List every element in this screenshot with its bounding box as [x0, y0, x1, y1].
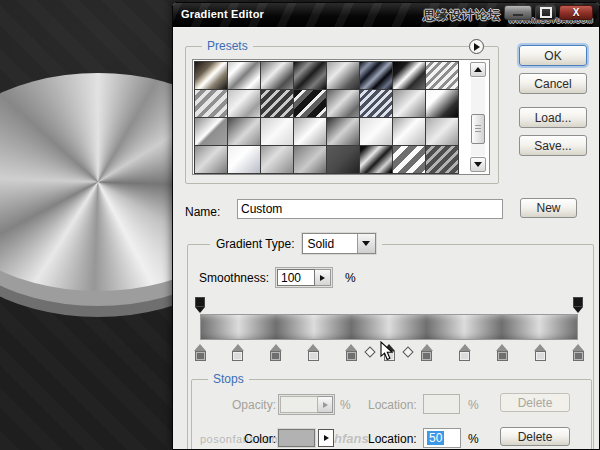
opacity-stop[interactable]	[194, 297, 206, 313]
preset-thumbnail[interactable]	[261, 90, 293, 117]
opacity-stop-pointer	[195, 307, 205, 313]
midpoint-diamond[interactable]	[364, 346, 375, 357]
color-stop[interactable]	[269, 344, 282, 362]
color-location-label: Location:	[368, 432, 417, 446]
presets-group-label: Presets	[202, 39, 253, 53]
color-stop-pointer	[270, 344, 282, 351]
preset-thumbnail[interactable]	[261, 146, 293, 173]
opacity-popup-button[interactable]	[318, 396, 333, 413]
preset-thumbnail[interactable]	[294, 62, 326, 89]
watermark-faint-italic: hfans	[334, 431, 369, 446]
delete-color-stop-button[interactable]: Delete	[500, 427, 570, 446]
preset-thumbnail[interactable]	[360, 90, 392, 117]
color-swatch-button[interactable]	[278, 429, 315, 447]
preset-thumbnail[interactable]	[426, 118, 458, 145]
opacity-label: Opacity:	[214, 398, 276, 412]
color-stop[interactable]	[534, 344, 547, 362]
preset-thumbnail[interactable]	[228, 118, 260, 145]
gradient-type-label: Gradient Type:	[216, 237, 295, 251]
preset-thumbnail[interactable]	[360, 62, 392, 89]
name-input[interactable]	[237, 199, 503, 219]
preset-thumbnail[interactable]	[393, 146, 425, 173]
preset-thumbnail[interactable]	[195, 62, 227, 89]
preset-thumbnail[interactable]	[261, 118, 293, 145]
delete-opacity-stop-button[interactable]: Delete	[500, 393, 570, 412]
maximize-button[interactable]	[535, 5, 556, 20]
preset-thumbnail[interactable]	[228, 146, 260, 173]
color-stop[interactable]	[420, 344, 433, 362]
dialog-titlebar[interactable]: Gradient Editor 思缘设计论坛 WWW.MISSYUAN.COM …	[173, 3, 599, 27]
color-stop-pointer	[232, 344, 244, 351]
preset-thumbnail[interactable]	[360, 118, 392, 145]
preset-thumbnail[interactable]	[426, 90, 458, 117]
right-arrow-icon	[324, 435, 329, 441]
preset-thumbnail[interactable]	[228, 90, 260, 117]
preset-thumbnail[interactable]	[393, 62, 425, 89]
opacity-location-label: Location:	[368, 398, 417, 412]
chevron-down-icon	[362, 241, 370, 246]
opacity-stop-swatch	[573, 297, 583, 307]
color-stop[interactable]	[194, 344, 207, 362]
color-stop[interactable]	[572, 344, 585, 362]
preset-thumbnail[interactable]	[261, 62, 293, 89]
ok-button[interactable]: OK	[519, 45, 587, 66]
right-arrow-icon	[320, 275, 325, 281]
preset-thumbnail[interactable]	[327, 62, 359, 89]
preset-thumbnail[interactable]	[195, 146, 227, 173]
preset-thumbnail[interactable]	[228, 62, 260, 89]
cancel-button[interactable]: Cancel	[519, 73, 587, 94]
smoothness-popup-button[interactable]	[315, 269, 331, 286]
presets-scrollbar[interactable]	[470, 62, 486, 172]
save-button[interactable]: Save...	[519, 135, 587, 156]
opacity-input[interactable]	[280, 396, 318, 413]
load-button[interactable]: Load...	[519, 107, 587, 128]
scroll-down-button[interactable]	[470, 157, 486, 172]
color-picker-arrow-button[interactable]	[318, 429, 334, 447]
smoothness-input[interactable]	[277, 269, 315, 286]
presets-box	[192, 59, 490, 175]
gradient-preview-bar[interactable]	[200, 314, 578, 340]
preset-thumbnail[interactable]	[294, 90, 326, 117]
smoothness-unit: %	[345, 271, 356, 285]
preset-thumbnail[interactable]	[426, 146, 458, 173]
down-arrow-icon	[474, 162, 482, 167]
mouse-cursor	[380, 341, 394, 361]
presets-menu-button[interactable]	[469, 39, 484, 54]
color-stop[interactable]	[458, 344, 471, 362]
new-button[interactable]: New	[520, 198, 577, 218]
preset-thumbnail[interactable]	[195, 90, 227, 117]
preset-thumbnail[interactable]	[327, 90, 359, 117]
preset-thumbnail[interactable]	[360, 146, 392, 173]
preset-thumbnail[interactable]	[393, 118, 425, 145]
combo-dropdown-button[interactable]	[357, 234, 375, 253]
opacity-stop[interactable]	[572, 297, 584, 313]
preset-thumbnail[interactable]	[426, 62, 458, 89]
color-location-input[interactable]: 50	[423, 428, 461, 448]
preset-thumbnail[interactable]	[393, 90, 425, 117]
color-stop-swatch	[308, 351, 319, 361]
color-location-value: 50	[427, 431, 444, 445]
midpoint-diamond[interactable]	[402, 346, 413, 357]
preset-thumbnail[interactable]	[294, 146, 326, 173]
color-stop-pointer	[307, 344, 319, 351]
close-button[interactable]: X	[559, 5, 593, 20]
minimize-button[interactable]	[504, 5, 532, 20]
color-stop[interactable]	[231, 344, 244, 362]
stops-group: Stops posonfans.com hfans Opacity: % Loc…	[191, 379, 592, 449]
color-stop-pointer	[194, 344, 206, 351]
opacity-location-input[interactable]	[423, 394, 460, 414]
smoothness-label: Smoothness:	[199, 271, 269, 285]
preset-thumbnail[interactable]	[195, 118, 227, 145]
color-stop[interactable]	[345, 344, 358, 362]
preset-thumbnail[interactable]	[327, 146, 359, 173]
color-stop[interactable]	[307, 344, 320, 362]
scrollbar-track[interactable]	[471, 78, 485, 156]
color-stop[interactable]	[496, 344, 509, 362]
preset-thumbnail[interactable]	[294, 118, 326, 145]
up-arrow-icon	[474, 67, 482, 72]
gradient-type-select[interactable]: Solid	[302, 233, 376, 254]
opacity-stops-row	[200, 297, 578, 313]
preset-thumbnail[interactable]	[327, 118, 359, 145]
scrollbar-thumb[interactable]	[471, 114, 485, 144]
scroll-up-button[interactable]	[470, 62, 486, 77]
